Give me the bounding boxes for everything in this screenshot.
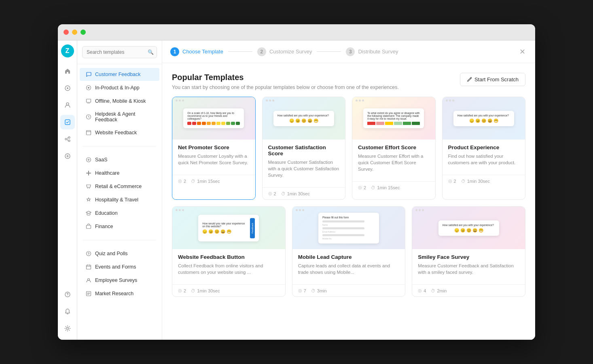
search-box: 🔍 [77, 40, 162, 64]
template-card-sfs[interactable]: How satisfied are you with your experien… [412, 206, 525, 297]
questions-icon-5: ◎ [178, 288, 182, 293]
sidebar-item-quiz[interactable]: Quiz and Polls [80, 247, 159, 260]
time-icon-7: ⏱ [431, 288, 435, 293]
home-icon[interactable] [60, 64, 75, 78]
template-header-left: Popular Templates You can start by choos… [172, 73, 399, 90]
sidebar-item-in-product[interactable]: In-Product & In-App [80, 81, 159, 94]
ces-questions: ◎ 2 [358, 185, 366, 190]
step-3-label: Distribute Survey [358, 49, 398, 55]
sidebar-label-education: Education [95, 210, 118, 216]
template-card-ces[interactable]: To what extent do you agree or disagree … [352, 97, 436, 200]
step-3-num: 3 [346, 47, 355, 56]
feedback-icon[interactable] [60, 81, 75, 95]
sidebar-item-events[interactable]: Events and Forms [80, 260, 159, 273]
svg-point-12 [88, 87, 89, 89]
sidebar-item-hospitality[interactable]: Hospitality & Travel [80, 193, 159, 206]
time-icon-4: ⏱ [461, 179, 466, 184]
sidebar-label-website: Website Feedback [95, 130, 137, 135]
svg-point-1 [67, 87, 68, 89]
sidebar-item-retail[interactable]: Retail & eCommerce [80, 180, 159, 193]
mlc-body: Mobile Lead Capture Capture leads and co… [292, 249, 405, 284]
time-icon-6: ⏱ [311, 288, 316, 293]
nps-desc: Measure Customer Loyalty with a quick Ne… [178, 153, 250, 166]
template-card-csat[interactable]: How satisfied are you with your experien… [262, 97, 346, 200]
close-button[interactable]: ✕ [517, 47, 527, 57]
mlc-name: Mobile Lead Capture [298, 254, 400, 260]
help-icon[interactable] [60, 287, 75, 302]
maximize-button[interactable] [80, 30, 86, 35]
close-button[interactable] [64, 30, 69, 35]
template-card-nps[interactable]: On a scale of 0-10, how likely are you t… [172, 97, 256, 200]
quiz-icon [85, 250, 92, 257]
contacts-icon[interactable] [60, 98, 75, 112]
ces-preview: To what extent do you agree or disagree … [352, 97, 435, 140]
step-2-num: 2 [257, 47, 266, 56]
ces-desc: Measure Customer Effort with a quick Cus… [358, 153, 430, 172]
csat-name: Customer Satisfaction Score [268, 144, 340, 157]
nps-body: Net Promoter Score Measure Customer Loya… [172, 140, 255, 175]
education-icon [85, 210, 92, 216]
svg-rect-19 [87, 225, 91, 229]
pe-name: Product Experience [448, 144, 520, 150]
nps-questions: ◎ 2 [178, 178, 186, 184]
step-line-1 [228, 51, 252, 52]
employee-icon [85, 277, 92, 284]
pencil-icon [467, 77, 472, 82]
ces-body: Customer Effort Score Measure Customer E… [352, 140, 435, 181]
saas-icon [85, 157, 92, 163]
pe-desc: Find out how satisfied your customers ar… [448, 153, 520, 166]
minimize-button[interactable] [72, 30, 77, 35]
start-scratch-label: Start From Scratch [474, 76, 519, 83]
other-categories: Quiz and Polls Events and Forms Employee… [77, 243, 162, 304]
sidebar-item-education[interactable]: Education [80, 207, 159, 220]
sidebar-item-website[interactable]: Website Feedback [80, 126, 159, 139]
web-desc: Collect Feedback from online visitors an… [178, 262, 280, 275]
template-title: Popular Templates [172, 73, 399, 82]
in-product-icon [85, 85, 92, 91]
svg-point-9 [67, 296, 68, 296]
settings-icon[interactable] [60, 321, 75, 336]
csat-questions: ◎ 2 [268, 191, 276, 196]
steps: 1 Choose Template 2 Customize Survey 3 D… [170, 47, 398, 56]
pe-time: ⏱ 1min 30sec [461, 179, 490, 184]
category-sidebar: 🔍 Customer Feedback In-Product & In-App [77, 40, 162, 340]
sfs-footer: ◎ 4 ⏱ 2min [412, 284, 525, 296]
hospitality-icon [85, 197, 92, 203]
svg-point-6 [68, 140, 70, 142]
svg-rect-13 [87, 99, 91, 102]
sidebar-item-market[interactable]: Market Research [80, 287, 159, 300]
template-card-web[interactable]: How would you rate your experience on th… [172, 206, 286, 297]
csat-preview: How satisfied are you with your experien… [263, 97, 345, 140]
app-logo: Z [61, 44, 74, 57]
step-2: 2 Customize Survey [257, 47, 312, 56]
questions-icon-4: ◎ [448, 178, 452, 184]
step-1: 1 Choose Template [170, 47, 223, 56]
sidebar-item-offline[interactable]: Offline, Mobile & Kiosk [80, 95, 159, 108]
website-icon [85, 129, 92, 136]
sidebar-item-customer-feedback[interactable]: Customer Feedback [80, 68, 159, 81]
sidebar-item-helpdesk[interactable]: Helpdesk & Agent Feedback [80, 108, 159, 126]
web-name: Website Feedback Button [178, 254, 280, 260]
offline-icon [85, 98, 92, 104]
start-scratch-button[interactable]: Start From Scratch [460, 73, 525, 86]
sidebar-item-employee[interactable]: Employee Surveys [80, 274, 159, 287]
sidebar-item-finance[interactable]: Finance [80, 220, 159, 233]
svg-point-21 [89, 255, 89, 255]
integrations-icon[interactable] [60, 132, 75, 146]
nps-footer: ◎ 2 ⏱ 1min 15sec [172, 175, 255, 187]
time-icon: ⏱ [191, 179, 195, 184]
app-window: Z [58, 24, 535, 340]
notification-icon[interactable] [60, 304, 75, 319]
web-body: Website Feedback Button Collect Feedback… [172, 249, 285, 284]
search-icon: 🔍 [148, 49, 154, 55]
web-footer: ◎ 2 ⏱ 1min 30sec [172, 284, 285, 296]
search-input[interactable] [82, 46, 157, 58]
sidebar-item-healthcare[interactable]: Healthcare [80, 167, 159, 180]
sidebar-item-saas[interactable]: SaaS [80, 153, 159, 166]
svg-point-4 [65, 138, 67, 140]
template-card-pe[interactable]: How satisfied are you with your experien… [442, 97, 526, 200]
tasks-icon[interactable] [60, 115, 75, 129]
mlc-preview: Please fill out this form Name Email Add… [292, 207, 405, 249]
template-card-mlc[interactable]: Please fill out this form Name Email Add… [292, 206, 406, 297]
add-icon[interactable] [60, 149, 75, 163]
